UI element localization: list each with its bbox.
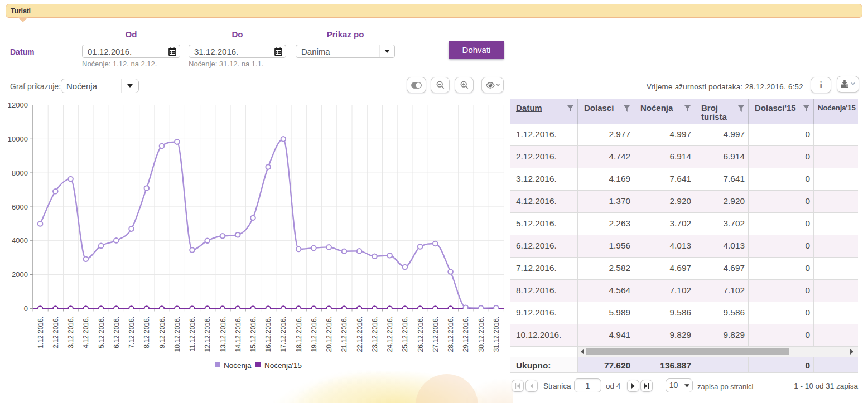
svg-text:4.12.2016.: 4.12.2016. bbox=[82, 317, 90, 348]
svg-text:16.12.2016.: 16.12.2016. bbox=[264, 317, 272, 352]
svg-text:10.12.2016.: 10.12.2016. bbox=[173, 317, 181, 352]
svg-text:20.12.2016.: 20.12.2016. bbox=[325, 317, 333, 352]
svg-text:12000: 12000 bbox=[8, 101, 28, 109]
svg-text:2000: 2000 bbox=[12, 270, 28, 279]
svg-text:2.12.2016.: 2.12.2016. bbox=[52, 317, 60, 348]
svg-text:10000: 10000 bbox=[8, 135, 28, 143]
svg-text:1.12.2016.: 1.12.2016. bbox=[37, 317, 45, 348]
svg-text:5.12.2016.: 5.12.2016. bbox=[98, 317, 105, 348]
svg-text:6000: 6000 bbox=[12, 203, 28, 211]
svg-text:3.12.2016.: 3.12.2016. bbox=[67, 317, 75, 348]
svg-text:9.12.2016.: 9.12.2016. bbox=[158, 317, 166, 348]
svg-text:24.12.2016.: 24.12.2016. bbox=[386, 317, 394, 352]
svg-text:12.12.2016.: 12.12.2016. bbox=[204, 317, 211, 352]
svg-text:7.12.2016.: 7.12.2016. bbox=[128, 317, 136, 348]
svg-text:15.12.2016.: 15.12.2016. bbox=[249, 317, 257, 352]
svg-text:13.12.2016.: 13.12.2016. bbox=[219, 317, 227, 352]
svg-text:18.12.2016.: 18.12.2016. bbox=[295, 317, 303, 352]
svg-text:31.12.2016.: 31.12.2016. bbox=[493, 317, 500, 352]
svg-text:14.12.2016.: 14.12.2016. bbox=[234, 317, 242, 352]
svg-text:6.12.2016.: 6.12.2016. bbox=[113, 317, 120, 348]
svg-text:21.12.2016.: 21.12.2016. bbox=[340, 317, 348, 352]
svg-text:8.12.2016.: 8.12.2016. bbox=[143, 317, 151, 348]
svg-text:11.12.2016.: 11.12.2016. bbox=[189, 317, 196, 352]
svg-text:17.12.2016.: 17.12.2016. bbox=[279, 317, 287, 352]
svg-text:26.12.2016.: 26.12.2016. bbox=[417, 317, 425, 352]
svg-text:30.12.2016.: 30.12.2016. bbox=[478, 317, 485, 352]
svg-text:Noćenja'15: Noćenja'15 bbox=[264, 361, 302, 370]
svg-text:29.12.2016.: 29.12.2016. bbox=[462, 317, 470, 352]
svg-text:28.12.2016.: 28.12.2016. bbox=[447, 317, 455, 352]
svg-text:25.12.2016.: 25.12.2016. bbox=[401, 317, 409, 352]
svg-text:22.12.2016.: 22.12.2016. bbox=[356, 317, 364, 352]
svg-text:Noćenja: Noćenja bbox=[224, 361, 252, 370]
svg-text:4000: 4000 bbox=[12, 236, 28, 245]
svg-text:8000: 8000 bbox=[12, 169, 28, 177]
svg-text:27.12.2016.: 27.12.2016. bbox=[432, 317, 440, 352]
svg-text:19.12.2016.: 19.12.2016. bbox=[310, 317, 318, 352]
svg-text:0: 0 bbox=[24, 304, 28, 313]
svg-text:23.12.2016.: 23.12.2016. bbox=[371, 317, 379, 352]
